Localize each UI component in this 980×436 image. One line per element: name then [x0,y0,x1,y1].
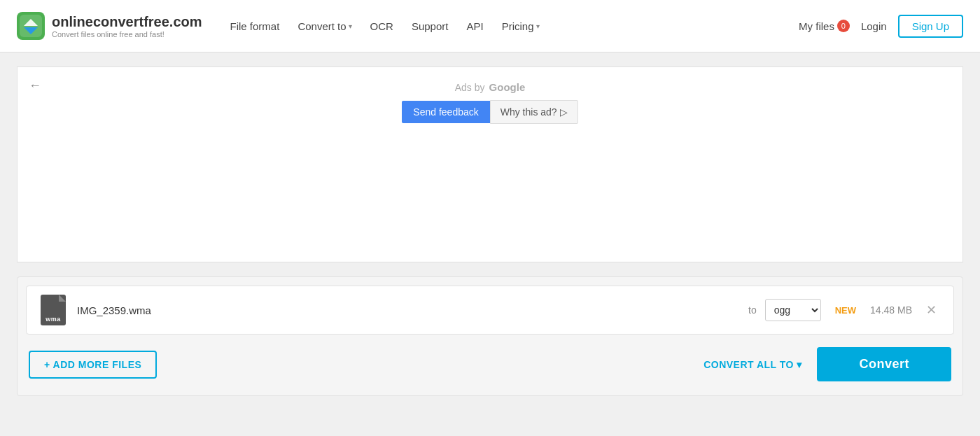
signup-button[interactable]: Sign Up [898,15,963,38]
nav-ocr[interactable]: OCR [363,16,400,36]
chevron-down-icon: ▾ [349,22,352,30]
ad-buttons: Send feedback Why this ad? ▷ [402,100,578,124]
file-row: wma IMG_2359.wma to ogg mp3 wav flac aac… [26,286,954,335]
format-select[interactable]: ogg mp3 wav flac aac m4a [765,299,821,321]
main-nav: File format Convert to ▾ OCR Support API… [223,16,799,36]
logo-subtitle: Convert files online free and fast! [52,30,202,38]
ads-by-google: Ads by Google [455,81,525,93]
file-size: 14.48 MB [870,304,912,316]
logo-icon [17,12,45,40]
login-button[interactable]: Login [861,20,887,32]
converter-section: wma IMG_2359.wma to ogg mp3 wav flac aac… [17,276,963,396]
file-name: IMG_2359.wma [77,304,740,316]
ad-area: ← Ads by Google Send feedback Why this a… [17,66,963,262]
nav-file-format[interactable]: File format [223,16,287,36]
convert-button[interactable]: Convert [817,347,951,381]
to-label: to [748,304,757,316]
header-right: My files 0 Login Sign Up [799,15,963,38]
new-badge: NEW [835,305,856,316]
add-more-files-button[interactable]: + ADD MORE FILES [29,351,157,379]
wma-icon: wma [41,295,66,325]
my-files-button[interactable]: My files 0 [799,20,850,32]
send-feedback-button[interactable]: Send feedback [402,101,489,123]
chevron-down-icon: ▾ [536,22,540,30]
convert-all-to-button[interactable]: CONVERT ALL TO ▾ [695,352,810,377]
logo[interactable]: onlineconvertfree.com Convert files onli… [17,12,202,40]
nav-api[interactable]: API [459,16,490,36]
file-icon-wrapper: wma [38,295,69,325]
nav-pricing[interactable]: Pricing ▾ [495,16,547,36]
chevron-down-icon: ▾ [797,359,802,370]
logo-title: onlineconvertfree.com [52,14,202,30]
nav-convert-to[interactable]: Convert to ▾ [290,16,358,36]
back-arrow-icon[interactable]: ← [29,78,41,93]
remove-file-button[interactable]: ✕ [920,301,942,319]
bottom-bar: + ADD MORE FILES CONVERT ALL TO ▾ Conver… [26,342,954,387]
nav-support[interactable]: Support [405,16,456,36]
why-this-ad-button[interactable]: Why this ad? ▷ [490,100,578,124]
right-actions: CONVERT ALL TO ▾ Convert [695,347,951,381]
why-this-ad-icon: ▷ [560,106,568,118]
my-files-badge: 0 [837,20,850,32]
